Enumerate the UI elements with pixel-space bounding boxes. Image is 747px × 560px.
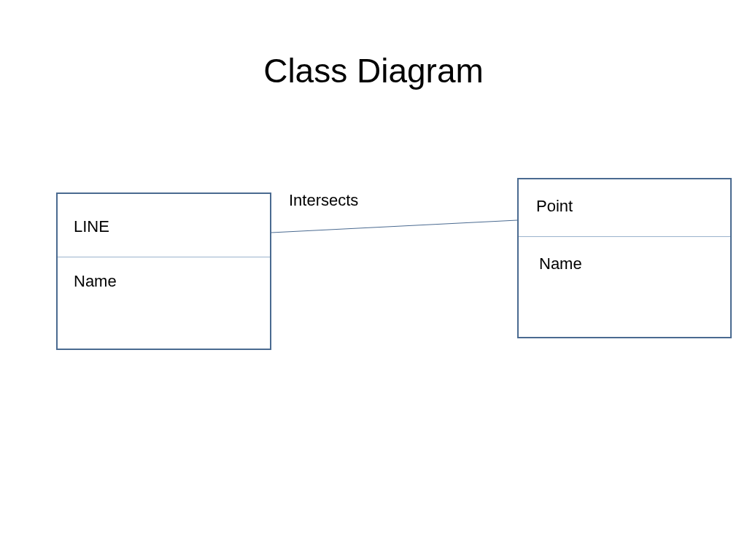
class-box-point: Point Name <box>517 178 732 338</box>
class-name-point: Point <box>519 179 730 236</box>
class-attribute-point: Name <box>519 237 730 288</box>
diagram-title: Class Diagram <box>0 51 747 90</box>
svg-line-0 <box>271 220 517 233</box>
association-label: Intersects <box>289 191 358 210</box>
class-box-line: LINE Name <box>56 192 271 350</box>
class-name-line: LINE <box>58 194 270 257</box>
class-attribute-line: Name <box>58 257 270 306</box>
